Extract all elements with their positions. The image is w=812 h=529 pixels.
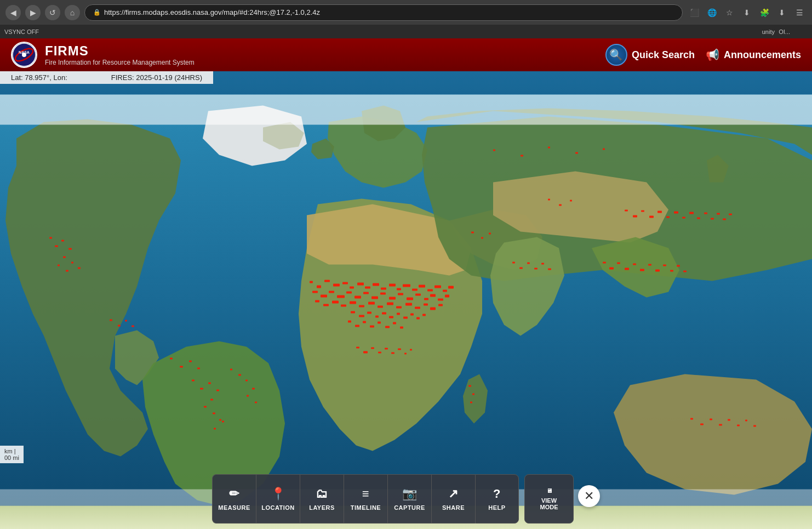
svg-rect-151 bbox=[245, 380, 248, 382]
measure-label: MEASURE bbox=[218, 504, 250, 511]
svg-rect-55 bbox=[424, 304, 428, 306]
help-button[interactable]: ? HELP bbox=[475, 474, 519, 524]
svg-rect-126 bbox=[63, 257, 66, 258]
svg-rect-82 bbox=[391, 352, 394, 354]
svg-rect-165 bbox=[548, 147, 550, 149]
svg-rect-158 bbox=[719, 424, 722, 426]
svg-rect-70 bbox=[355, 325, 359, 327]
help-label: HELP bbox=[488, 504, 505, 511]
svg-rect-115 bbox=[729, 214, 732, 215]
svg-rect-67 bbox=[416, 317, 420, 320]
share-label: SHARE bbox=[442, 504, 465, 511]
coord-bar: Lat: 78.957°, Lon: FIRES: 2025-01-19 (24… bbox=[0, 71, 213, 84]
svg-rect-40 bbox=[430, 294, 436, 297]
svg-rect-95 bbox=[648, 264, 651, 266]
svg-rect-90 bbox=[609, 268, 614, 270]
svg-rect-77 bbox=[356, 347, 359, 349]
svg-rect-122 bbox=[49, 237, 52, 239]
svg-rect-157 bbox=[710, 419, 712, 420]
extension-btn[interactable]: 🧩 bbox=[757, 5, 771, 20]
svg-rect-130 bbox=[78, 268, 81, 269]
svg-rect-172 bbox=[559, 204, 562, 206]
help-icon: ? bbox=[493, 487, 501, 501]
svg-rect-66 bbox=[410, 314, 414, 316]
view-mode-button[interactable]: 🖥 VIEW MODE bbox=[524, 474, 574, 524]
svg-rect-73 bbox=[378, 322, 381, 324]
screenshot-btn[interactable]: ⬛ bbox=[687, 5, 701, 20]
scale-km: km | bbox=[4, 448, 19, 454]
svg-rect-54 bbox=[415, 307, 420, 309]
svg-rect-154 bbox=[255, 402, 257, 403]
svg-rect-161 bbox=[745, 420, 747, 422]
svg-rect-45 bbox=[332, 301, 339, 304]
translate-btn[interactable]: 🌐 bbox=[705, 5, 719, 20]
location-label: LOCATION bbox=[261, 504, 295, 511]
svg-rect-69 bbox=[348, 321, 351, 323]
forward-button[interactable]: ▶ bbox=[25, 5, 41, 20]
svg-rect-144 bbox=[204, 406, 207, 408]
header-buttons: 🔍 Quick Search 📢 Announcements bbox=[605, 44, 801, 66]
svg-rect-36 bbox=[398, 293, 403, 295]
svg-rect-81 bbox=[385, 348, 388, 350]
bottom-toolbar: ✏ MEASURE 📍 LOCATION 🗂 LAYERS ≡ TIMELINE… bbox=[0, 469, 812, 529]
svg-rect-21 bbox=[419, 285, 425, 288]
svg-rect-7 bbox=[310, 281, 313, 283]
location-button[interactable]: 📍 LOCATION bbox=[256, 474, 300, 524]
layers-button[interactable]: 🗂 LAYERS bbox=[300, 474, 344, 524]
svg-rect-105 bbox=[657, 211, 662, 213]
quick-search-label: Quick Search bbox=[632, 49, 695, 61]
reload-button[interactable]: ↺ bbox=[45, 5, 60, 20]
svg-rect-153 bbox=[247, 395, 249, 397]
svg-rect-29 bbox=[337, 295, 345, 298]
svg-rect-152 bbox=[252, 388, 255, 390]
svg-rect-76 bbox=[400, 327, 403, 329]
url-text: https://firms.modaps.eosdis.nasa.gov/map… bbox=[104, 8, 320, 16]
update-btn[interactable]: ⬇ bbox=[775, 5, 789, 20]
svg-rect-50 bbox=[378, 306, 383, 308]
svg-rect-78 bbox=[363, 351, 368, 354]
quick-search-icon: 🔍 bbox=[605, 44, 627, 66]
svg-rect-100 bbox=[683, 271, 687, 272]
svg-rect-35 bbox=[389, 297, 396, 300]
quick-search-button[interactable]: 🔍 Quick Search bbox=[605, 44, 695, 66]
svg-rect-119 bbox=[534, 268, 537, 270]
svg-rect-41 bbox=[438, 299, 443, 301]
svg-rect-164 bbox=[521, 155, 523, 157]
layers-icon: 🗂 bbox=[316, 487, 328, 501]
svg-rect-121 bbox=[548, 269, 551, 270]
svg-rect-19 bbox=[403, 285, 410, 287]
svg-rect-163 bbox=[493, 150, 495, 151]
svg-rect-28 bbox=[329, 291, 334, 293]
measure-button[interactable]: ✏ MEASURE bbox=[212, 474, 256, 524]
download-btn[interactable]: ⬇ bbox=[740, 5, 754, 20]
url-bar[interactable]: 🔒 https://firms.modaps.eosdis.nasa.gov/m… bbox=[84, 4, 683, 21]
svg-rect-97 bbox=[663, 265, 666, 266]
announcements-label: Announcements bbox=[724, 49, 801, 61]
announcements-button[interactable]: 📢 Announcements bbox=[706, 48, 801, 61]
share-button[interactable]: ↗ SHARE bbox=[431, 474, 475, 524]
svg-rect-120 bbox=[541, 263, 544, 265]
close-button[interactable]: ✕ bbox=[578, 485, 600, 507]
lat-lon-text: Lat: 78.957°, Lon: bbox=[11, 73, 67, 82]
svg-rect-83 bbox=[398, 349, 401, 350]
timeline-icon: ≡ bbox=[362, 487, 369, 501]
home-button[interactable]: ⌂ bbox=[65, 5, 80, 20]
bookmark-btn[interactable]: ☆ bbox=[722, 5, 736, 20]
timeline-button[interactable]: ≡ TIMELINE bbox=[344, 474, 387, 524]
map-container[interactable]: Lat: 78.957°, Lon: FIRES: 2025-01-19 (24… bbox=[0, 71, 812, 529]
capture-button[interactable]: 📷 CAPTURE bbox=[387, 474, 431, 524]
location-icon: 📍 bbox=[271, 487, 286, 501]
svg-rect-9 bbox=[324, 280, 330, 282]
svg-rect-132 bbox=[118, 325, 121, 327]
svg-rect-27 bbox=[321, 295, 327, 298]
svg-point-3 bbox=[22, 53, 26, 57]
back-button[interactable]: ◀ bbox=[5, 5, 21, 20]
svg-rect-137 bbox=[189, 361, 192, 362]
lock-icon: 🔒 bbox=[93, 9, 101, 16]
svg-rect-68 bbox=[422, 314, 426, 316]
menu-btn[interactable]: ☰ bbox=[792, 5, 807, 20]
svg-rect-162 bbox=[753, 425, 756, 427]
svg-rect-127 bbox=[58, 265, 60, 266]
scale-bar: km | 00 mi bbox=[0, 446, 24, 463]
close-icon: ✕ bbox=[584, 489, 594, 503]
